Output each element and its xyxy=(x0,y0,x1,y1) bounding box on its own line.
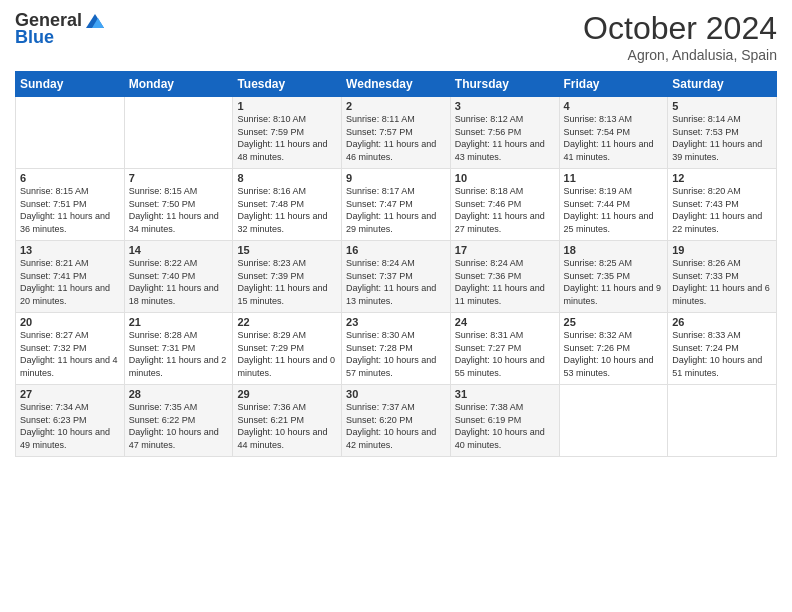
table-row: 8Sunrise: 8:16 AMSunset: 7:48 PMDaylight… xyxy=(233,169,342,241)
calendar-week-row: 1Sunrise: 8:10 AMSunset: 7:59 PMDaylight… xyxy=(16,97,777,169)
table-row: 1Sunrise: 8:10 AMSunset: 7:59 PMDaylight… xyxy=(233,97,342,169)
table-row: 5Sunrise: 8:14 AMSunset: 7:53 PMDaylight… xyxy=(668,97,777,169)
table-row: 6Sunrise: 8:15 AMSunset: 7:51 PMDaylight… xyxy=(16,169,125,241)
table-row: 18Sunrise: 8:25 AMSunset: 7:35 PMDayligh… xyxy=(559,241,668,313)
table-row xyxy=(124,97,233,169)
table-row xyxy=(668,385,777,457)
header-tuesday: Tuesday xyxy=(233,72,342,97)
table-row: 2Sunrise: 8:11 AMSunset: 7:57 PMDaylight… xyxy=(342,97,451,169)
table-row: 27Sunrise: 7:34 AMSunset: 6:23 PMDayligh… xyxy=(16,385,125,457)
calendar-header-row: Sunday Monday Tuesday Wednesday Thursday… xyxy=(16,72,777,97)
table-row: 7Sunrise: 8:15 AMSunset: 7:50 PMDaylight… xyxy=(124,169,233,241)
calendar-week-row: 13Sunrise: 8:21 AMSunset: 7:41 PMDayligh… xyxy=(16,241,777,313)
table-row: 10Sunrise: 8:18 AMSunset: 7:46 PMDayligh… xyxy=(450,169,559,241)
table-row xyxy=(559,385,668,457)
table-row: 15Sunrise: 8:23 AMSunset: 7:39 PMDayligh… xyxy=(233,241,342,313)
table-row: 21Sunrise: 8:28 AMSunset: 7:31 PMDayligh… xyxy=(124,313,233,385)
table-row: 31Sunrise: 7:38 AMSunset: 6:19 PMDayligh… xyxy=(450,385,559,457)
header-thursday: Thursday xyxy=(450,72,559,97)
table-row: 29Sunrise: 7:36 AMSunset: 6:21 PMDayligh… xyxy=(233,385,342,457)
table-row: 4Sunrise: 8:13 AMSunset: 7:54 PMDaylight… xyxy=(559,97,668,169)
table-row: 3Sunrise: 8:12 AMSunset: 7:56 PMDaylight… xyxy=(450,97,559,169)
table-row: 13Sunrise: 8:21 AMSunset: 7:41 PMDayligh… xyxy=(16,241,125,313)
table-row: 12Sunrise: 8:20 AMSunset: 7:43 PMDayligh… xyxy=(668,169,777,241)
calendar-week-row: 20Sunrise: 8:27 AMSunset: 7:32 PMDayligh… xyxy=(16,313,777,385)
header-monday: Monday xyxy=(124,72,233,97)
logo: General Blue xyxy=(15,10,106,48)
calendar-week-row: 6Sunrise: 8:15 AMSunset: 7:51 PMDaylight… xyxy=(16,169,777,241)
table-row: 23Sunrise: 8:30 AMSunset: 7:28 PMDayligh… xyxy=(342,313,451,385)
table-row: 22Sunrise: 8:29 AMSunset: 7:29 PMDayligh… xyxy=(233,313,342,385)
header-friday: Friday xyxy=(559,72,668,97)
header-saturday: Saturday xyxy=(668,72,777,97)
table-row: 24Sunrise: 8:31 AMSunset: 7:27 PMDayligh… xyxy=(450,313,559,385)
table-row: 16Sunrise: 8:24 AMSunset: 7:37 PMDayligh… xyxy=(342,241,451,313)
table-row: 28Sunrise: 7:35 AMSunset: 6:22 PMDayligh… xyxy=(124,385,233,457)
table-row: 20Sunrise: 8:27 AMSunset: 7:32 PMDayligh… xyxy=(16,313,125,385)
header-sunday: Sunday xyxy=(16,72,125,97)
subtitle: Agron, Andalusia, Spain xyxy=(583,47,777,63)
table-row: 26Sunrise: 8:33 AMSunset: 7:24 PMDayligh… xyxy=(668,313,777,385)
table-row: 17Sunrise: 8:24 AMSunset: 7:36 PMDayligh… xyxy=(450,241,559,313)
logo-blue: Blue xyxy=(15,27,54,48)
logo-icon xyxy=(84,12,106,30)
month-title: October 2024 xyxy=(583,10,777,47)
table-row: 9Sunrise: 8:17 AMSunset: 7:47 PMDaylight… xyxy=(342,169,451,241)
header: General Blue October 2024 Agron, Andalus… xyxy=(15,10,777,63)
table-row: 25Sunrise: 8:32 AMSunset: 7:26 PMDayligh… xyxy=(559,313,668,385)
table-row: 11Sunrise: 8:19 AMSunset: 7:44 PMDayligh… xyxy=(559,169,668,241)
table-row: 14Sunrise: 8:22 AMSunset: 7:40 PMDayligh… xyxy=(124,241,233,313)
header-wednesday: Wednesday xyxy=(342,72,451,97)
calendar-table: Sunday Monday Tuesday Wednesday Thursday… xyxy=(15,71,777,457)
table-row: 19Sunrise: 8:26 AMSunset: 7:33 PMDayligh… xyxy=(668,241,777,313)
calendar-week-row: 27Sunrise: 7:34 AMSunset: 6:23 PMDayligh… xyxy=(16,385,777,457)
title-area: October 2024 Agron, Andalusia, Spain xyxy=(583,10,777,63)
table-row: 30Sunrise: 7:37 AMSunset: 6:20 PMDayligh… xyxy=(342,385,451,457)
table-row xyxy=(16,97,125,169)
